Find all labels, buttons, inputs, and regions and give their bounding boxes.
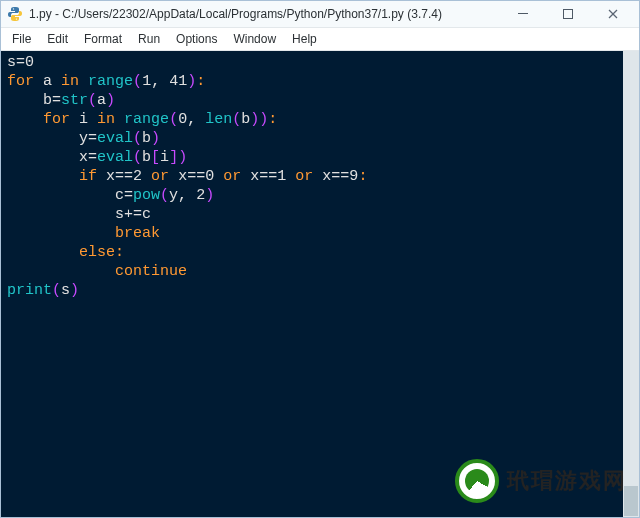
- editor-area[interactable]: s=0for a in range(1, 41): b=str(a) for i…: [1, 51, 639, 517]
- code-line[interactable]: y=eval(b): [7, 129, 633, 148]
- menu-format[interactable]: Format: [77, 30, 129, 48]
- code-line[interactable]: continue: [7, 262, 633, 281]
- code-line[interactable]: for i in range(0, len(b)):: [7, 110, 633, 129]
- code-line[interactable]: x=eval(b[i]): [7, 148, 633, 167]
- svg-rect-0: [518, 13, 528, 14]
- code-line[interactable]: c=pow(y, 2): [7, 186, 633, 205]
- titlebar: 1.py - C:/Users/22302/AppData/Local/Prog…: [1, 1, 639, 28]
- code-line[interactable]: b=str(a): [7, 91, 633, 110]
- python-icon: [7, 6, 23, 22]
- watermark-logo-icon: [455, 459, 499, 503]
- window-title: 1.py - C:/Users/22302/AppData/Local/Prog…: [29, 7, 501, 21]
- watermark-text: 玳瑁游戏网: [507, 466, 627, 496]
- vertical-scrollbar[interactable]: [623, 51, 639, 517]
- code-editor[interactable]: s=0for a in range(1, 41): b=str(a) for i…: [1, 51, 639, 302]
- scroll-thumb[interactable]: [624, 486, 638, 516]
- code-line[interactable]: s=0: [7, 53, 633, 72]
- menu-edit[interactable]: Edit: [40, 30, 75, 48]
- code-line[interactable]: else:: [7, 243, 633, 262]
- close-button[interactable]: [591, 2, 635, 26]
- menubar: File Edit Format Run Options Window Help: [1, 28, 639, 51]
- window-controls: [501, 2, 635, 26]
- menu-file[interactable]: File: [5, 30, 38, 48]
- minimize-button[interactable]: [501, 2, 545, 26]
- code-line[interactable]: break: [7, 224, 633, 243]
- menu-run[interactable]: Run: [131, 30, 167, 48]
- code-line[interactable]: s+=c: [7, 205, 633, 224]
- code-line[interactable]: if x==2 or x==0 or x==1 or x==9:: [7, 167, 633, 186]
- code-line[interactable]: for a in range(1, 41):: [7, 72, 633, 91]
- svg-rect-1: [564, 10, 573, 19]
- code-line[interactable]: print(s): [7, 281, 633, 300]
- menu-window[interactable]: Window: [226, 30, 283, 48]
- menu-options[interactable]: Options: [169, 30, 224, 48]
- menu-help[interactable]: Help: [285, 30, 324, 48]
- maximize-button[interactable]: [546, 2, 590, 26]
- idle-window: 1.py - C:/Users/22302/AppData/Local/Prog…: [0, 0, 640, 518]
- watermark: 玳瑁游戏网: [455, 459, 627, 503]
